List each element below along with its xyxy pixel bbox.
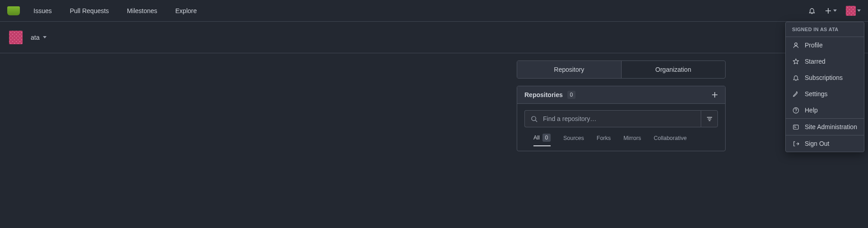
plus-icon — [825, 7, 832, 14]
repositories-body: All 0 Sources Forks Mirrors Collaborativ… — [517, 104, 725, 151]
repo-search-input[interactable] — [542, 115, 695, 123]
nav-links: Issues Pull Requests Milestones Explore — [33, 7, 197, 14]
user-dropdown: SIGNED IN AS ATA Profile Starred Subscri… — [785, 22, 864, 152]
bell-icon — [808, 7, 816, 14]
question-icon — [792, 107, 799, 114]
tab-all[interactable]: All 0 — [533, 134, 551, 146]
new-repo-button[interactable] — [712, 92, 718, 98]
tab-all-label: All — [533, 135, 540, 141]
menu-sign-out-label: Sign Out — [805, 140, 829, 147]
chevron-down-icon — [857, 9, 861, 12]
menu-settings-label: Settings — [805, 90, 828, 98]
menu-starred-label: Starred — [805, 58, 826, 65]
chevron-down-icon — [833, 9, 837, 12]
dropdown-header-prefix: SIGNED IN AS — [792, 27, 829, 32]
tab-forks[interactable]: Forks — [597, 134, 611, 146]
menu-subscriptions[interactable]: Subscriptions — [786, 70, 864, 86]
dropdown-header-user: ATA — [829, 27, 839, 32]
nav-pull-requests[interactable]: Pull Requests — [70, 7, 108, 14]
context-switcher[interactable]: ata — [31, 34, 47, 41]
nav-issues[interactable]: Issues — [33, 7, 52, 14]
menu-starred[interactable]: Starred — [786, 53, 864, 70]
tab-collaborative[interactable]: Collaborative — [654, 134, 687, 146]
admin-icon — [792, 123, 799, 130]
repositories-count: 0 — [567, 91, 576, 99]
dropdown-header: SIGNED IN AS ATA — [786, 22, 864, 37]
chevron-down-icon — [43, 36, 47, 38]
repo-search-row — [524, 110, 718, 127]
context-bar: ata — [0, 22, 868, 53]
site-logo[interactable] — [7, 6, 20, 15]
tools-icon — [792, 90, 799, 98]
repo-filter-button[interactable] — [701, 110, 718, 127]
tab-sources[interactable]: Sources — [563, 134, 584, 146]
menu-profile-label: Profile — [805, 42, 823, 49]
nav-right — [808, 6, 861, 16]
context-avatar — [9, 31, 23, 44]
tab-all-count: 0 — [542, 134, 551, 142]
repositories-header: Repositories 0 — [517, 86, 725, 104]
person-icon — [792, 42, 799, 49]
user-menu-trigger[interactable] — [846, 6, 861, 16]
svg-point-0 — [531, 116, 535, 120]
menu-sign-out[interactable]: Sign Out — [786, 135, 864, 152]
svg-point-3 — [795, 112, 796, 112]
repo-search-box — [524, 110, 701, 127]
star-icon — [792, 58, 799, 65]
filter-icon — [706, 115, 713, 122]
menu-profile[interactable]: Profile — [786, 37, 864, 53]
menu-site-admin[interactable]: Site Administration — [786, 119, 864, 135]
top-navbar: Issues Pull Requests Milestones Explore — [0, 0, 868, 22]
switch-repository[interactable]: Repository — [517, 61, 621, 78]
repo-org-switch: Repository Organization — [517, 60, 726, 79]
search-icon — [530, 115, 538, 122]
menu-subscriptions-label: Subscriptions — [805, 74, 843, 81]
avatar — [846, 6, 856, 16]
repo-type-tabs: All 0 Sources Forks Mirrors Collaborativ… — [524, 132, 718, 146]
svg-point-1 — [794, 42, 797, 45]
notifications-button[interactable] — [808, 7, 816, 14]
sign-out-icon — [792, 140, 799, 147]
context-username: ata — [31, 34, 39, 41]
nav-explore[interactable]: Explore — [175, 7, 197, 14]
bell-icon — [792, 74, 799, 81]
dashboard-panel: Repository Organization Repositories 0 — [517, 60, 726, 151]
svg-rect-4 — [793, 125, 798, 129]
menu-site-admin-label: Site Administration — [805, 123, 857, 130]
menu-settings[interactable]: Settings — [786, 86, 864, 102]
repositories-title: Repositories — [524, 91, 563, 98]
repositories-card: Repositories 0 — [517, 86, 726, 151]
tab-mirrors[interactable]: Mirrors — [623, 134, 641, 146]
menu-help-label: Help — [805, 107, 818, 114]
switch-organization[interactable]: Organization — [621, 61, 726, 78]
nav-milestones[interactable]: Milestones — [127, 7, 157, 14]
menu-help[interactable]: Help — [786, 102, 864, 118]
create-menu[interactable] — [825, 7, 837, 14]
